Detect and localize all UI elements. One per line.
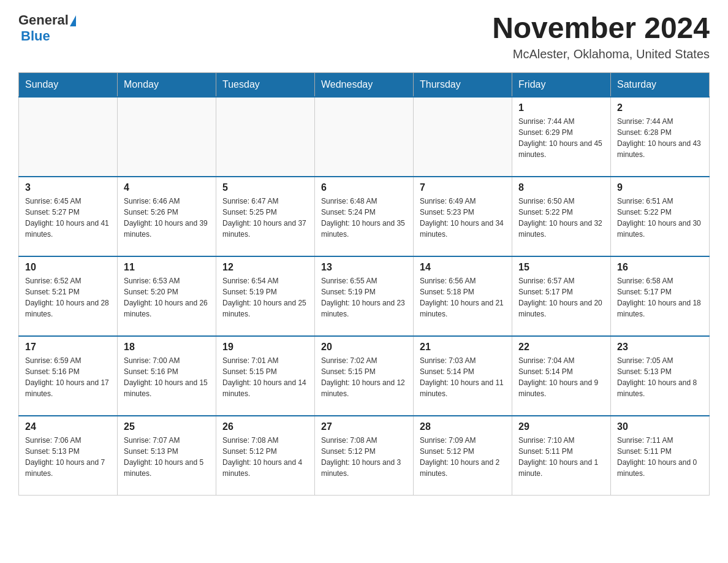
day-number: 19	[222, 342, 308, 353]
weekday-header-saturday: Saturday	[611, 72, 710, 97]
calendar-cell: 3Sunrise: 6:45 AMSunset: 5:27 PMDaylight…	[19, 177, 118, 256]
calendar-cell: 8Sunrise: 6:50 AMSunset: 5:22 PMDaylight…	[512, 177, 611, 256]
day-info: Sunrise: 6:58 AMSunset: 5:17 PMDaylight:…	[617, 275, 703, 320]
calendar-cell: 6Sunrise: 6:48 AMSunset: 5:24 PMDaylight…	[315, 177, 414, 256]
day-number: 15	[518, 262, 604, 273]
day-info: Sunrise: 7:04 AMSunset: 5:14 PMDaylight:…	[518, 355, 604, 399]
day-number: 9	[617, 182, 703, 193]
weekday-header-friday: Friday	[512, 72, 611, 97]
day-number: 27	[321, 421, 407, 432]
day-number: 13	[321, 262, 407, 273]
week-row-1: 1Sunrise: 7:44 AMSunset: 6:29 PMDaylight…	[19, 97, 710, 177]
calendar-cell: 21Sunrise: 7:03 AMSunset: 5:14 PMDayligh…	[414, 336, 512, 416]
calendar-table: SundayMondayTuesdayWednesdayThursdayFrid…	[18, 72, 710, 496]
calendar-cell: 23Sunrise: 7:05 AMSunset: 5:13 PMDayligh…	[611, 336, 710, 416]
logo-general-text: General	[18, 12, 69, 28]
calendar-cell	[216, 97, 315, 177]
day-number: 29	[518, 421, 604, 432]
day-number: 17	[25, 342, 111, 353]
day-info: Sunrise: 6:52 AMSunset: 5:21 PMDaylight:…	[25, 275, 111, 320]
calendar-cell: 2Sunrise: 7:44 AMSunset: 6:28 PMDaylight…	[611, 97, 710, 177]
calendar-cell: 4Sunrise: 6:46 AMSunset: 5:26 PMDaylight…	[118, 177, 216, 256]
day-info: Sunrise: 7:08 AMSunset: 5:12 PMDaylight:…	[222, 435, 308, 479]
calendar-cell: 25Sunrise: 7:07 AMSunset: 5:13 PMDayligh…	[118, 416, 216, 496]
day-number: 24	[25, 421, 111, 432]
calendar-cell: 26Sunrise: 7:08 AMSunset: 5:12 PMDayligh…	[216, 416, 315, 496]
day-number: 11	[124, 262, 210, 273]
calendar-cell: 7Sunrise: 6:49 AMSunset: 5:23 PMDaylight…	[414, 177, 512, 256]
day-info: Sunrise: 7:07 AMSunset: 5:13 PMDaylight:…	[124, 435, 210, 479]
day-info: Sunrise: 7:05 AMSunset: 5:13 PMDaylight:…	[617, 355, 703, 399]
day-number: 3	[25, 182, 111, 193]
day-info: Sunrise: 6:55 AMSunset: 5:19 PMDaylight:…	[321, 275, 407, 320]
day-number: 1	[518, 102, 604, 113]
calendar-subtitle: McAlester, Oklahoma, United States	[492, 47, 710, 61]
calendar-cell: 22Sunrise: 7:04 AMSunset: 5:14 PMDayligh…	[512, 336, 611, 416]
day-info: Sunrise: 6:57 AMSunset: 5:17 PMDaylight:…	[518, 275, 604, 320]
day-info: Sunrise: 7:10 AMSunset: 5:11 PMDaylight:…	[518, 435, 604, 479]
week-row-5: 24Sunrise: 7:06 AMSunset: 5:13 PMDayligh…	[19, 416, 710, 496]
calendar-cell: 5Sunrise: 6:47 AMSunset: 5:25 PMDaylight…	[216, 177, 315, 256]
day-info: Sunrise: 6:45 AMSunset: 5:27 PMDaylight:…	[25, 196, 111, 240]
calendar-cell: 24Sunrise: 7:06 AMSunset: 5:13 PMDayligh…	[19, 416, 118, 496]
calendar-title: November 2024	[492, 12, 710, 45]
calendar-cell: 12Sunrise: 6:54 AMSunset: 5:19 PMDayligh…	[216, 256, 315, 336]
day-info: Sunrise: 6:49 AMSunset: 5:23 PMDaylight:…	[420, 196, 506, 240]
day-number: 8	[518, 182, 604, 193]
day-info: Sunrise: 7:00 AMSunset: 5:16 PMDaylight:…	[124, 355, 210, 399]
calendar-cell: 20Sunrise: 7:02 AMSunset: 5:15 PMDayligh…	[315, 336, 414, 416]
logo: General Blue	[18, 12, 76, 44]
weekday-header-row: SundayMondayTuesdayWednesdayThursdayFrid…	[19, 72, 710, 97]
day-number: 23	[617, 342, 703, 353]
day-number: 16	[617, 262, 703, 273]
day-number: 7	[420, 182, 506, 193]
day-number: 14	[420, 262, 506, 273]
calendar-cell	[315, 97, 414, 177]
calendar-cell	[414, 97, 512, 177]
day-info: Sunrise: 7:03 AMSunset: 5:14 PMDaylight:…	[420, 355, 506, 399]
day-number: 6	[321, 182, 407, 193]
day-number: 28	[420, 421, 506, 432]
day-info: Sunrise: 6:51 AMSunset: 5:22 PMDaylight:…	[617, 196, 703, 240]
day-info: Sunrise: 7:11 AMSunset: 5:11 PMDaylight:…	[617, 435, 703, 479]
calendar-cell: 16Sunrise: 6:58 AMSunset: 5:17 PMDayligh…	[611, 256, 710, 336]
title-area: November 2024 McAlester, Oklahoma, Unite…	[492, 12, 710, 61]
calendar-cell: 18Sunrise: 7:00 AMSunset: 5:16 PMDayligh…	[118, 336, 216, 416]
weekday-header-sunday: Sunday	[19, 72, 118, 97]
day-info: Sunrise: 6:48 AMSunset: 5:24 PMDaylight:…	[321, 196, 407, 240]
calendar-cell: 17Sunrise: 6:59 AMSunset: 5:16 PMDayligh…	[19, 336, 118, 416]
day-info: Sunrise: 6:59 AMSunset: 5:16 PMDaylight:…	[25, 355, 111, 399]
day-number: 10	[25, 262, 111, 273]
calendar-cell: 10Sunrise: 6:52 AMSunset: 5:21 PMDayligh…	[19, 256, 118, 336]
day-number: 20	[321, 342, 407, 353]
day-number: 26	[222, 421, 308, 432]
day-info: Sunrise: 7:02 AMSunset: 5:15 PMDaylight:…	[321, 355, 407, 399]
calendar-cell: 14Sunrise: 6:56 AMSunset: 5:18 PMDayligh…	[414, 256, 512, 336]
day-number: 25	[124, 421, 210, 432]
calendar-cell: 15Sunrise: 6:57 AMSunset: 5:17 PMDayligh…	[512, 256, 611, 336]
calendar-cell: 29Sunrise: 7:10 AMSunset: 5:11 PMDayligh…	[512, 416, 611, 496]
day-info: Sunrise: 6:53 AMSunset: 5:20 PMDaylight:…	[124, 275, 210, 320]
weekday-header-tuesday: Tuesday	[216, 72, 315, 97]
calendar-cell: 13Sunrise: 6:55 AMSunset: 5:19 PMDayligh…	[315, 256, 414, 336]
day-number: 12	[222, 262, 308, 273]
calendar-cell: 9Sunrise: 6:51 AMSunset: 5:22 PMDaylight…	[611, 177, 710, 256]
calendar-cell	[118, 97, 216, 177]
calendar-cell: 11Sunrise: 6:53 AMSunset: 5:20 PMDayligh…	[118, 256, 216, 336]
day-info: Sunrise: 7:08 AMSunset: 5:12 PMDaylight:…	[321, 435, 407, 479]
week-row-3: 10Sunrise: 6:52 AMSunset: 5:21 PMDayligh…	[19, 256, 710, 336]
day-number: 2	[617, 102, 703, 113]
day-number: 21	[420, 342, 506, 353]
weekday-header-monday: Monday	[118, 72, 216, 97]
week-row-4: 17Sunrise: 6:59 AMSunset: 5:16 PMDayligh…	[19, 336, 710, 416]
day-info: Sunrise: 7:06 AMSunset: 5:13 PMDaylight:…	[25, 435, 111, 479]
day-info: Sunrise: 7:09 AMSunset: 5:12 PMDaylight:…	[420, 435, 506, 479]
day-number: 4	[124, 182, 210, 193]
header: General Blue November 2024 McAlester, Ok…	[18, 12, 710, 61]
calendar-cell: 27Sunrise: 7:08 AMSunset: 5:12 PMDayligh…	[315, 416, 414, 496]
calendar-cell: 19Sunrise: 7:01 AMSunset: 5:15 PMDayligh…	[216, 336, 315, 416]
day-info: Sunrise: 7:44 AMSunset: 6:28 PMDaylight:…	[617, 116, 703, 160]
calendar-cell: 28Sunrise: 7:09 AMSunset: 5:12 PMDayligh…	[414, 416, 512, 496]
week-row-2: 3Sunrise: 6:45 AMSunset: 5:27 PMDaylight…	[19, 177, 710, 256]
day-info: Sunrise: 6:47 AMSunset: 5:25 PMDaylight:…	[222, 196, 308, 240]
